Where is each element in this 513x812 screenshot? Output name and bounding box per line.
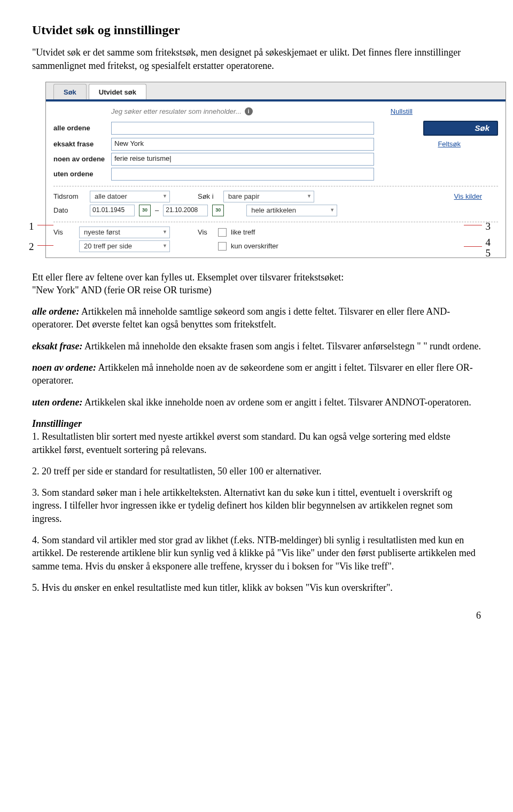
date-separator: – bbox=[155, 206, 159, 215]
select-perpage-value: 20 treff per side bbox=[84, 241, 132, 251]
callout-line bbox=[37, 225, 53, 225]
label-tidsrom: Tidsrom bbox=[53, 192, 86, 201]
advanced-search-panel: Søk Utvidet søk Jeg søker etter resulate… bbox=[45, 82, 506, 258]
checkbox-like-treff[interactable] bbox=[218, 228, 227, 237]
input-all-words[interactable] bbox=[111, 122, 374, 135]
screenshot-figure: Søk Utvidet søk Jeg søker etter resulate… bbox=[32, 82, 481, 258]
callout-line bbox=[37, 245, 53, 246]
label-exact-phrase: eksakt frase bbox=[53, 139, 111, 149]
input-exact-phrase[interactable]: New York bbox=[111, 138, 374, 151]
input-without-words[interactable] bbox=[111, 168, 374, 181]
chevron-down-icon: ▼ bbox=[162, 243, 167, 249]
select-soki-scope[interactable]: hele artikkelen ▼ bbox=[246, 205, 337, 216]
label-vis-sort: Vis bbox=[53, 228, 75, 237]
reset-link[interactable]: Nullstill bbox=[391, 107, 413, 116]
select-soki-source-value: bare papir bbox=[228, 192, 260, 201]
label-soki: Søk i bbox=[198, 192, 219, 201]
callout-2: 2 bbox=[29, 240, 34, 254]
callout-3: 3 bbox=[486, 220, 491, 233]
select-soki-source[interactable]: bare papir ▼ bbox=[223, 191, 314, 202]
callout-line bbox=[464, 246, 482, 247]
label-dato: Dato bbox=[53, 206, 86, 215]
callout-line bbox=[464, 225, 482, 225]
page-number: 6 bbox=[32, 609, 481, 622]
chevron-down-icon: ▼ bbox=[162, 229, 167, 235]
select-tidsrom-value: alle datoer bbox=[95, 192, 127, 201]
list-item: 3. Som standard søker man i hele artikke… bbox=[32, 486, 481, 525]
list-item: 2. 20 treff per side er standard for res… bbox=[32, 465, 481, 478]
body-paragraph: eksakt frase: Artikkelen må inneholde de… bbox=[32, 340, 481, 353]
calendar-icon[interactable]: 30 bbox=[212, 205, 224, 216]
input-any-words[interactable]: ferie reise turisme| bbox=[111, 153, 374, 166]
select-perpage[interactable]: 20 treff per side ▼ bbox=[79, 240, 170, 252]
callout-1: 1 bbox=[29, 220, 34, 233]
list-item: 4. Som standard vil artikler med stor gr… bbox=[32, 534, 481, 573]
fieldsearch-link[interactable]: Feltsøk bbox=[438, 139, 461, 149]
select-tidsrom[interactable]: alle datoer ▼ bbox=[90, 191, 170, 202]
label-without-words: uten ordene bbox=[53, 169, 111, 179]
select-soki-scope-value: hele artikkelen bbox=[251, 206, 296, 215]
divider bbox=[53, 186, 498, 186]
tab-advanced[interactable]: Utvidet søk bbox=[89, 84, 146, 99]
body-paragraph: alle ordene: Artikkelen må inneholde sam… bbox=[32, 305, 481, 331]
list-item: 5. Hvis du ønsker en enkel resultatliste… bbox=[32, 581, 481, 594]
search-prompt: Jeg søker etter resulater som inneholder… bbox=[111, 107, 242, 116]
checkbox-kun-overskrifter[interactable] bbox=[218, 242, 227, 251]
chevron-down-icon: ▼ bbox=[162, 193, 167, 199]
list-item: 1. Resultatlisten blir sortert med nyest… bbox=[32, 430, 481, 456]
search-button[interactable]: Søk bbox=[423, 121, 498, 136]
checkbox-kun-overskrifter-label: kun overskrifter bbox=[231, 241, 278, 251]
select-sort[interactable]: nyeste først ▼ bbox=[79, 227, 170, 238]
label-vis-cb: Vis bbox=[198, 228, 214, 237]
input-date-from[interactable]: 01.01.1945 bbox=[90, 205, 135, 216]
chevron-down-icon: ▼ bbox=[307, 193, 312, 199]
divider bbox=[53, 222, 498, 222]
chevron-down-icon: ▼ bbox=[330, 207, 335, 213]
body-paragraph: uten ordene: Artikkelen skal ikke inneho… bbox=[32, 396, 481, 409]
label-any-words: noen av ordene bbox=[53, 154, 111, 164]
show-sources-link[interactable]: Vis kilder bbox=[454, 192, 482, 201]
page-title: Utvidet søk og innstillinger bbox=[32, 21, 481, 38]
select-sort-value: nyeste først bbox=[84, 228, 120, 237]
callout-5: 5 bbox=[486, 246, 491, 260]
intro-paragraph: "Utvidet søk er det samme som fritekstsø… bbox=[32, 46, 481, 72]
input-date-to[interactable]: 21.10.2008 bbox=[163, 205, 208, 216]
settings-subhead: Innstillinger bbox=[32, 417, 481, 430]
info-icon[interactable]: i bbox=[245, 107, 253, 115]
tab-search[interactable]: Søk bbox=[53, 84, 87, 99]
body-paragraph: Ett eller flere av feltene over kan fyll… bbox=[32, 271, 481, 297]
calendar-icon[interactable]: 30 bbox=[139, 205, 151, 216]
checkbox-like-treff-label: like treff bbox=[231, 228, 255, 237]
body-paragraph: noen av ordene: Artikkelen må inneholde … bbox=[32, 361, 481, 387]
label-all-words: alle ordene bbox=[53, 123, 111, 133]
